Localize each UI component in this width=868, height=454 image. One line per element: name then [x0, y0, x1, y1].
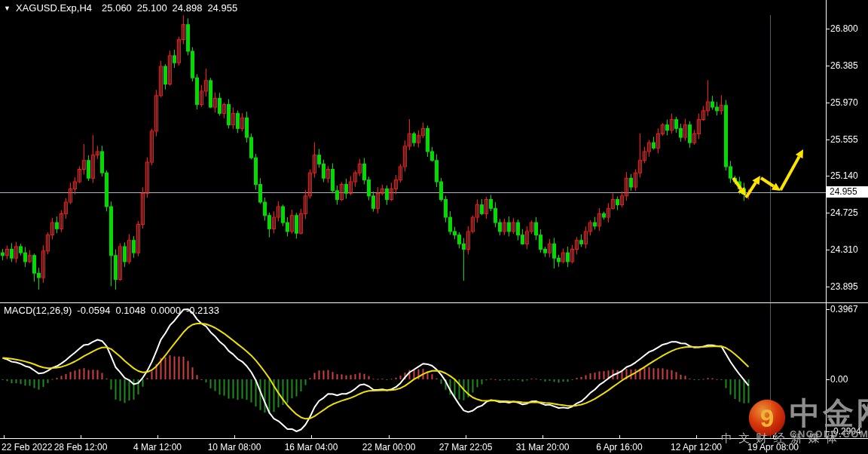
symbol-name: XAGUSD.Exp,H4: [16, 2, 92, 14]
macd-axis-label: 0.00: [830, 374, 848, 385]
ohlc-open: 25.060: [102, 2, 132, 14]
price-axis-label: 24.310: [830, 244, 858, 255]
watermark-tagline: 中 文 财 经 新 媒 体: [721, 431, 839, 446]
time-axis-label: 27 Mar 22:05: [439, 442, 493, 452]
time-axis-label: 31 Mar 20:00: [516, 442, 570, 452]
time-axis-label: 12 Apr 12:00: [671, 442, 722, 452]
price-axis-label: 26.385: [830, 60, 858, 71]
symbol-dropdown-icon[interactable]: ▼: [4, 5, 11, 12]
time-axis-label: 16 Mar 04:00: [285, 442, 338, 452]
macd-value-2: 0.1048: [115, 305, 145, 316]
svg-text:9: 9: [760, 404, 775, 432]
ohlc-high: 25.100: [137, 2, 167, 14]
symbol-header: ▼ XAGUSD.Exp,H4 25.060 25.100 24.898 24.…: [4, 2, 237, 14]
ohlc-low: 24.898: [173, 2, 203, 14]
time-axis-label: 6 Apr 16:00: [596, 442, 642, 452]
macd-value-1: -0.0594: [77, 305, 110, 316]
macd-axis-label: 0.3967: [830, 304, 858, 314]
macd-indicator-header: MACD(12,26,9) -0.0594 0.1048 0.0000 -0.2…: [4, 305, 219, 316]
price-axis-label: 23.895: [830, 281, 858, 292]
macd-value-3: 0.0000: [151, 305, 181, 316]
price-axis-label: 26.800: [830, 23, 858, 34]
time-axis-label: 28 Feb 12:00: [54, 442, 108, 452]
price-axis-label: 24.725: [830, 207, 858, 218]
watermark-brand: 中金网: [790, 398, 868, 428]
current-price-tag: 24.955: [827, 186, 868, 198]
time-axis-label: 10 Mar 08:00: [208, 442, 261, 452]
trading-chart-window: ▼ XAGUSD.Exp,H4 25.060 25.100 24.898 24.…: [0, 0, 868, 454]
price-axis-label: 25.970: [830, 97, 858, 108]
ohlc-close: 24.955: [207, 2, 237, 14]
price-axis-label: 25.140: [830, 170, 858, 181]
price-axis-label: 25.555: [830, 134, 858, 145]
time-axis-label: 22 Mar 00:00: [362, 442, 416, 452]
chart-canvas[interactable]: [0, 0, 868, 454]
macd-name: MACD(12,26,9): [4, 305, 72, 316]
macd-value-4: -0.2133: [186, 305, 219, 316]
time-axis-label: 4 Mar 12:00: [133, 442, 182, 452]
time-axis-label: 22 Feb 2022: [2, 442, 52, 452]
